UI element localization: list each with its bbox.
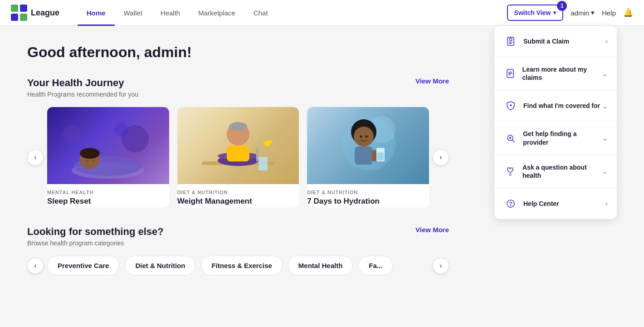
- svg-rect-34: [377, 152, 384, 161]
- chips-next-button[interactable]: ›: [433, 258, 449, 274]
- svg-point-20: [229, 122, 247, 131]
- arrow-right-icon: ›: [605, 37, 608, 45]
- svg-rect-22: [256, 148, 258, 161]
- search-plus-icon: [503, 131, 517, 146]
- chevron-down-icon: ▾: [591, 9, 595, 17]
- help-center-label: Help Center: [523, 200, 559, 208]
- svg-rect-1: [20, 5, 27, 12]
- program-card-weight-management[interactable]: DIET & NUTRITION Weight Management: [177, 107, 299, 208]
- svg-rect-0: [11, 5, 18, 12]
- logo[interactable]: League: [11, 5, 59, 21]
- help-link[interactable]: Help: [602, 9, 616, 17]
- svg-point-9: [86, 160, 88, 161]
- nav-marketplace[interactable]: Marketplace: [189, 0, 244, 26]
- chevron-down-icon: ⌄: [602, 69, 608, 78]
- looking-for-section: Looking for something else? Browse healt…: [27, 226, 449, 275]
- panel-item-left-help: Help Center: [503, 196, 559, 211]
- find-provider-label: Get help finding a provider: [523, 130, 602, 146]
- chip-family[interactable]: Fa...: [358, 256, 393, 275]
- chip-mental-health[interactable]: Mental Health: [288, 256, 353, 275]
- program-card-sleep-reset[interactable]: MENTAL HEALTH Sleep Reset: [47, 107, 169, 208]
- logo-text: League: [31, 8, 59, 18]
- main-content: Good afternoon, admin! Your Health Journ…: [0, 26, 476, 293]
- svg-point-12: [115, 123, 128, 137]
- program-card-hydration[interactable]: DIET & NUTRITION 7 Days to Hydration: [307, 107, 429, 208]
- chip-fitness-exercise[interactable]: Fitness & Exercise: [201, 256, 282, 275]
- nav-home[interactable]: Home: [78, 0, 115, 26]
- chevron-down-icon: ⌄: [602, 102, 608, 110]
- health-journey-carousel: ‹: [27, 107, 449, 208]
- svg-point-28: [354, 127, 374, 146]
- panel-item-help-center[interactable]: Help Center ›: [494, 188, 617, 219]
- looking-for-title: Looking for something else?: [27, 226, 164, 238]
- switch-view-button[interactable]: Switch View ▾ 1: [507, 5, 564, 21]
- svg-point-49: [507, 200, 514, 207]
- covered-label: Find what I'm covered for: [523, 102, 600, 110]
- card-category-hydration: DIET & NUTRITION: [307, 190, 429, 195]
- nav-health[interactable]: Health: [151, 0, 189, 26]
- category-chips-wrapper: ‹ Preventive Care Diet & Nutrition Fitne…: [27, 256, 449, 275]
- svg-rect-21: [227, 146, 249, 161]
- health-journey-view-more[interactable]: View More: [415, 77, 449, 85]
- health-journey-title: Your Health Journey: [27, 77, 138, 89]
- card-title-weight: Weight Management: [177, 197, 299, 206]
- svg-point-48: [509, 174, 511, 176]
- panel-item-left-submit: Submit a Claim: [503, 34, 569, 49]
- card-body-sleep-reset: MENTAL HEALTH Sleep Reset: [47, 184, 169, 208]
- panel-item-ask-health[interactable]: Ask a question about health ⌄: [494, 155, 617, 188]
- chip-preventive-care[interactable]: Preventive Care: [47, 256, 119, 275]
- svg-point-11: [63, 125, 81, 143]
- chips-prev-button[interactable]: ‹: [27, 258, 44, 274]
- panel-item-left-provider: Get help finding a provider: [503, 130, 602, 146]
- svg-point-30: [365, 136, 367, 138]
- chevron-down-icon: ⌄: [602, 167, 608, 176]
- looking-for-subtitle: Browse health program categories: [27, 239, 164, 247]
- svg-point-50: [510, 205, 511, 206]
- card-title-hydration: 7 Days to Hydration: [307, 197, 429, 206]
- svg-rect-2: [11, 14, 18, 21]
- svg-line-45: [512, 140, 514, 142]
- notifications-bell-icon[interactable]: 🔔: [623, 8, 633, 18]
- chip-diet-nutrition[interactable]: Diet & Nutrition: [125, 256, 195, 275]
- admin-label: admin: [571, 9, 589, 17]
- quick-actions-panel: Submit a Claim › Learn more about my cla…: [494, 26, 617, 219]
- svg-point-29: [360, 136, 362, 138]
- panel-item-learn-claims[interactable]: Learn more about my claims ⌄: [494, 57, 617, 90]
- navbar: League Home Wallet Health Marketplace Ch…: [0, 0, 644, 26]
- learn-claims-label: Learn more about my claims: [522, 65, 602, 82]
- svg-rect-3: [20, 14, 27, 21]
- panel-item-covered[interactable]: Find what I'm covered for ⌄: [494, 90, 617, 122]
- nav-right: Switch View ▾ 1 admin ▾ Help 🔔: [507, 5, 633, 21]
- health-journey-header: Your Health Journey Health Programs reco…: [27, 77, 449, 98]
- switch-view-badge: 1: [557, 1, 567, 11]
- svg-point-43: [510, 104, 512, 106]
- carousel-prev-button[interactable]: ‹: [27, 149, 44, 166]
- svg-rect-23: [259, 157, 268, 171]
- question-circle-icon: [503, 196, 518, 211]
- health-journey-subtitle: Health Programs recommended for you: [27, 91, 138, 98]
- admin-menu[interactable]: admin ▾: [571, 9, 595, 17]
- arrow-right-icon: ›: [605, 200, 608, 208]
- looking-for-view-more[interactable]: View More: [415, 226, 449, 234]
- submit-claim-label: Submit a Claim: [523, 37, 569, 45]
- receipt-icon: [503, 34, 518, 49]
- svg-point-36: [509, 38, 512, 41]
- greeting-heading: Good afternoon, admin!: [27, 44, 449, 61]
- carousel-next-button[interactable]: ›: [433, 149, 449, 166]
- svg-point-8: [92, 160, 95, 161]
- nav-links: Home Wallet Health Marketplace Chat: [78, 0, 507, 26]
- panel-item-submit-claim[interactable]: Submit a Claim ›: [494, 26, 617, 57]
- panel-item-left-covered: Find what I'm covered for: [503, 98, 600, 113]
- ask-health-label: Ask a question about health: [522, 163, 602, 180]
- panel-item-find-provider[interactable]: Get help finding a provider ⌄: [494, 122, 617, 155]
- svg-point-7: [80, 148, 100, 159]
- nav-chat[interactable]: Chat: [244, 0, 277, 26]
- card-title-sleep-reset: Sleep Reset: [47, 197, 169, 206]
- heart-chat-icon: [503, 164, 517, 179]
- shield-icon: [503, 98, 518, 113]
- chevron-down-icon: ▾: [553, 10, 556, 16]
- nav-wallet[interactable]: Wallet: [115, 0, 151, 26]
- switch-view-label: Switch View: [514, 9, 551, 16]
- svg-rect-31: [355, 146, 373, 165]
- card-category-weight: DIET & NUTRITION: [177, 190, 299, 195]
